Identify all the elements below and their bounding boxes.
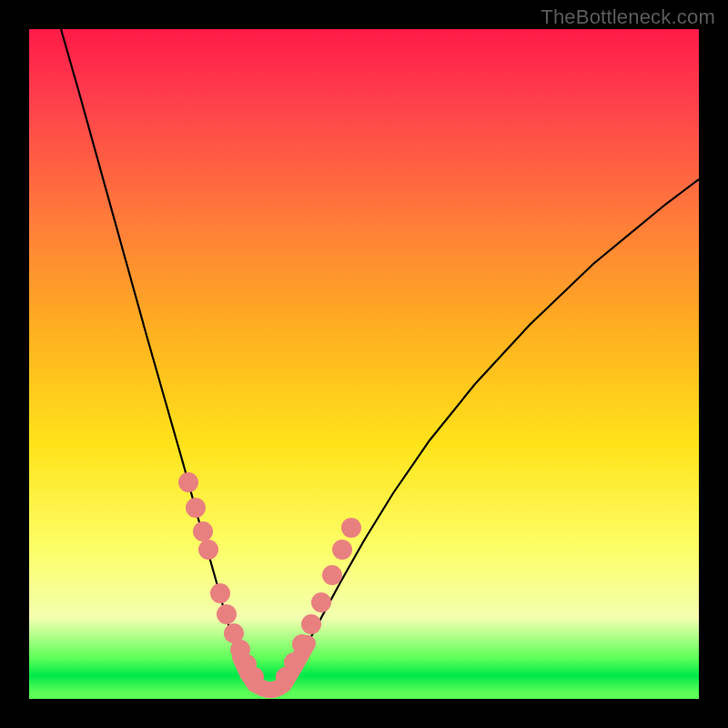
curve-right-branch [284,179,699,684]
highlight-dot [193,521,213,541]
highlight-dots-group [178,472,361,687]
highlight-dot [284,652,304,672]
highlight-dot [292,634,312,654]
highlight-dot [210,583,230,603]
highlight-dot [322,565,342,585]
highlight-dot [244,667,264,687]
curve-layer [29,29,699,699]
highlight-dot [341,518,361,538]
watermark-text: TheBottleneck.com [541,5,715,29]
highlight-dot [311,592,331,612]
highlight-dot [217,604,237,624]
highlight-dot [332,540,352,560]
gradient-plot-area [29,29,699,699]
highlight-dot [186,498,206,518]
highlight-dot [178,472,198,492]
highlight-dot [198,540,218,560]
highlight-dot [301,614,321,634]
outer-black-frame: TheBottleneck.com [0,0,728,728]
